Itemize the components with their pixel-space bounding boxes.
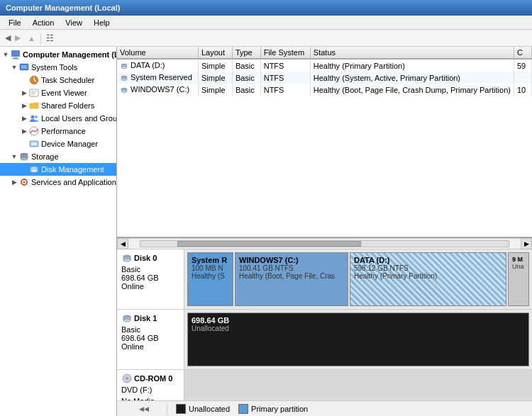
menu-file[interactable]: File	[3, 17, 27, 28]
partition-system-reserved[interactable]: System R 100 MB N Healthy (S	[187, 252, 233, 306]
scroll-thumb[interactable]	[177, 241, 362, 247]
svg-point-24	[23, 181, 26, 184]
partition-windows7[interactable]: WINDOWS7 (C:) 100.41 GB NTFS Healthy (Bo…	[235, 252, 348, 306]
tree-item-task-scheduler[interactable]: ▶ Task Scheduler	[0, 74, 116, 86]
partition-unallocated[interactable]: 698.64 GB Unallocated	[187, 313, 529, 366]
table-row[interactable]: System ReservedSimpleBasicNTFSHealthy (S…	[117, 72, 532, 84]
partition-data-detail1: 598.12 GB NTFS	[354, 264, 502, 272]
svg-point-13	[35, 116, 38, 118]
expander-performance: ▶	[20, 127, 28, 135]
col-type[interactable]: Type	[232, 47, 260, 59]
col-volume[interactable]: Volume	[117, 47, 198, 59]
tree-event-viewer-label: Event Viewer	[41, 89, 87, 97]
partition-small-detail: Una	[512, 263, 525, 270]
table-row[interactable]: DATA (D:)SimpleBasicNTFSHealthy (Primary…	[117, 59, 532, 72]
svg-point-30	[121, 79, 127, 81]
svg-point-33	[121, 91, 127, 93]
legend-primary-label: Primary partition	[251, 405, 308, 413]
cell-layout: Simple	[198, 72, 232, 84]
scroll-right-btn[interactable]: ▶	[521, 238, 532, 249]
expander-shared-folders: ▶	[20, 101, 28, 110]
disk-1-title-row: Disk 1	[121, 313, 179, 324]
scroll-left-btn[interactable]: ◀	[117, 238, 128, 249]
expander-root: ▼	[1, 50, 10, 59]
disk-icon	[28, 164, 40, 175]
tree-item-performance[interactable]: ▶ Performance	[0, 125, 116, 137]
main-content: ▼ Computer Management (Local ▼ System To…	[0, 47, 532, 416]
disk-0-partitions: System R 100 MB N Healthy (S WINDOWS7 (C…	[184, 249, 532, 309]
disk-0-row: Disk 0 Basic 698.64 GB Online System R 1…	[117, 249, 532, 310]
tools-icon	[18, 62, 30, 73]
tree-performance-label: Performance	[41, 127, 86, 135]
device-icon	[28, 138, 40, 150]
partition-data[interactable]: DATA (D:) 598.12 GB NTFS Healthy (Primar…	[350, 252, 506, 306]
expander-services: ▶	[10, 178, 18, 186]
partition-small-name: 9 M	[512, 256, 525, 263]
cell-layout: Simple	[198, 84, 232, 96]
partition-small[interactable]: 9 M Una	[508, 252, 529, 306]
tree-local-users-label: Local Users and Groups	[41, 114, 117, 123]
col-layout[interactable]: Layout	[198, 47, 232, 59]
disk-0-type: Basic	[121, 265, 179, 274]
horizontal-scrollbar[interactable]: ◀ ▶	[117, 238, 532, 249]
title-bar: Computer Management (Local)	[0, 0, 532, 16]
partition-w7-detail2: Healthy (Boot, Page File, Cras	[239, 272, 344, 280]
disk-0-info: Disk 0 Basic 698.64 GB Online	[117, 249, 184, 309]
event-icon	[28, 87, 40, 99]
svg-point-27	[121, 67, 127, 69]
col-capacity[interactable]: C	[514, 47, 531, 59]
tree-item-shared-folders[interactable]: ▶ Shared Folders	[0, 99, 116, 112]
disk-visualization-area: Disk 0 Basic 698.64 GB Online System R 1…	[117, 249, 532, 400]
cell-status: Healthy (Boot, Page File, Crash Dump, Pr…	[310, 84, 514, 96]
status-bar-scroll-left[interactable]: ◀◀	[121, 403, 167, 415]
col-status[interactable]: Status	[310, 47, 514, 59]
cdrom-0-partitions	[184, 370, 532, 400]
disk-1-row: Disk 1 Basic 698.64 GB Online 698.64 GB …	[117, 310, 532, 370]
cell-filesystem: NTFS	[260, 72, 310, 84]
performance-icon	[28, 125, 40, 137]
toolbar-show-hide[interactable]: ☷	[44, 33, 56, 43]
svg-rect-4	[21, 65, 27, 69]
svg-rect-2	[12, 59, 19, 60]
partition-sr-detail2: Healthy (S	[192, 272, 229, 280]
tree-item-local-users[interactable]: ▶ Local Users and Groups	[0, 112, 116, 125]
legend-unallocated-label: Unallocated	[189, 405, 230, 413]
scroll-track[interactable]	[140, 240, 509, 247]
menu-help[interactable]: Help	[88, 17, 116, 28]
partition-unalloc-size: 698.64 GB	[192, 316, 525, 325]
table-row[interactable]: WINDOWS7 (C:)SimpleBasicNTFSHealthy (Boo…	[117, 84, 532, 96]
disk-1-id: Disk 1	[134, 314, 157, 322]
legend-primary: Primary partition	[238, 404, 308, 414]
tree-item-system-tools[interactable]: ▼ System Tools	[0, 61, 116, 74]
menu-view[interactable]: View	[60, 17, 88, 28]
svg-point-36	[123, 259, 131, 262]
svg-rect-16	[31, 142, 37, 145]
tree-item-root[interactable]: ▼ Computer Management (Local	[0, 48, 116, 61]
svg-rect-0	[11, 50, 20, 57]
tree-item-disk-management[interactable]: ▶ Disk Management	[0, 163, 116, 176]
expander-event-viewer: ▶	[20, 89, 28, 97]
tree-item-services[interactable]: ▶ Services and Applications	[0, 176, 116, 189]
toolbar-back[interactable]: ◀	[3, 33, 13, 43]
cdrom-0-info: CD-ROM 0 DVD (F:) No Media	[117, 370, 184, 400]
partition-w7-name: WINDOWS7 (C:)	[239, 256, 344, 264]
menu-action[interactable]: Action	[27, 17, 60, 28]
tree-shared-folders-label: Shared Folders	[41, 101, 94, 110]
tree-item-event-viewer[interactable]: ▶ Event Viewer	[0, 86, 116, 99]
col-filesystem[interactable]: File System	[260, 47, 310, 59]
cell-filesystem: NTFS	[260, 84, 310, 96]
disk-1-partitions: 698.64 GB Unallocated	[184, 310, 532, 369]
disk-1-icon	[121, 313, 133, 324]
tree-disk-management-label: Disk Management	[41, 165, 104, 174]
cell-type: Basic	[232, 84, 260, 96]
tree-item-device-manager[interactable]: ▶ Device Manager	[0, 137, 116, 150]
tree-root-label: Computer Management (Local	[23, 50, 117, 59]
disk-0-id: Disk 0	[134, 254, 157, 262]
folder-icon	[28, 100, 40, 111]
title-label: Computer Management (Local)	[6, 4, 120, 12]
status-bar: ◀◀ Unallocated Primary partition	[117, 400, 532, 416]
disk-1-info: Disk 1 Basic 698.64 GB Online	[117, 310, 184, 369]
partition-data-detail2: Healthy (Primary Partition)	[354, 272, 502, 280]
tree-item-storage[interactable]: ▼ Storage	[0, 150, 116, 163]
svg-point-39	[123, 319, 131, 322]
